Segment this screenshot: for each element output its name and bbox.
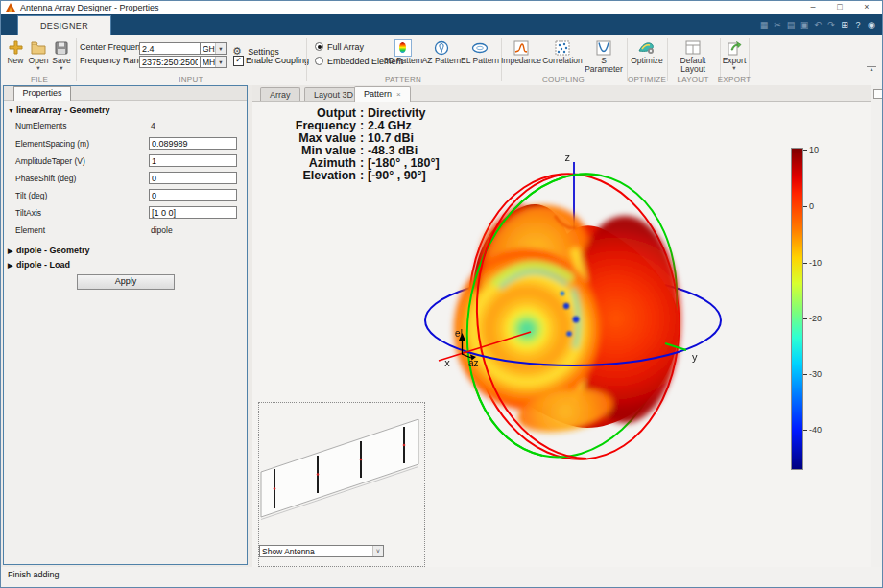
tab-pattern[interactable]: Pattern× (354, 86, 411, 102)
paste-icon[interactable]: ▣ (798, 20, 811, 30)
maximize-button[interactable]: □ (826, 1, 853, 14)
enable-coupling-label: Enable Coupling (246, 55, 309, 67)
chevron-down-icon: ▾ (215, 43, 226, 54)
optimize-icon (626, 38, 668, 57)
ribbon: New Open ▾ Save ▾ FILE Center Frequency … (1, 35, 882, 86)
close-tab-icon[interactable]: × (396, 90, 401, 99)
amplitudetaper-input[interactable] (149, 154, 237, 167)
colorbar-tick-label: -40 (809, 426, 822, 435)
tab-properties[interactable]: Properties (13, 86, 71, 101)
colorbar (791, 148, 803, 470)
numelements-value: 4 (151, 121, 155, 130)
cut-icon[interactable]: ✂ (771, 20, 784, 30)
correlation-button[interactable]: Correlation (541, 37, 584, 65)
elementspacing-input[interactable] (149, 137, 237, 150)
tilt-input[interactable] (149, 189, 237, 201)
colorbar-tick (803, 430, 807, 431)
export-icon (717, 38, 752, 57)
colorbar-tick (803, 150, 807, 151)
phaseshift-input[interactable] (149, 172, 237, 184)
frequency-range-unit-select[interactable]: MHz ▾ (200, 56, 227, 68)
status-bar: Finish adding (1, 567, 882, 588)
tiltaxis-input[interactable] (149, 206, 237, 219)
correlation-icon (541, 38, 584, 57)
chevron-down-icon: ▾ (27, 65, 50, 71)
full-array-label: Full Array (327, 41, 364, 54)
amplitudetaper-label: AmplitudeTaper (V) (15, 156, 85, 166)
frequency-range-input[interactable] (139, 56, 201, 68)
x-axis-label: x (444, 357, 450, 368)
chevron-down-icon: ▾ (717, 65, 752, 71)
more-icon[interactable]: ◉ (865, 20, 878, 30)
element-label: Element (15, 225, 45, 235)
embedded-element-radio[interactable] (315, 57, 323, 65)
tab-designer[interactable]: DESIGNER (17, 15, 111, 36)
full-array-radio[interactable] (315, 42, 323, 51)
chevron-down-icon: ▾ (50, 65, 73, 71)
chevron-down-icon: ˅ (372, 546, 383, 556)
tab-array[interactable]: Array (260, 87, 300, 101)
section-divider (76, 38, 77, 81)
save-button[interactable]: Save ▾ (50, 37, 73, 71)
close-button[interactable]: × (853, 1, 880, 14)
new-file-icon (4, 38, 27, 57)
frequency-range-label: Frequency Range (80, 55, 149, 67)
pattern-3d-button[interactable]: 3D Pattern (383, 37, 423, 65)
colorbar-tick (803, 263, 807, 264)
save-icon[interactable]: ▦ (757, 20, 771, 30)
open-button[interactable]: Open ▾ (27, 37, 50, 71)
el-pattern-button[interactable]: EL Pattern (460, 37, 500, 65)
undo-icon[interactable]: ↶ (811, 20, 824, 30)
main-area: Properties ▼linearArray - Geometry NumEl… (1, 85, 882, 567)
s-parameter-icon (583, 38, 625, 57)
colorbar-tick-label: -10 (809, 259, 822, 268)
section-dipole-geometry[interactable]: ▶dipole - Geometry (8, 246, 90, 255)
section-divider (667, 38, 668, 81)
redo-icon[interactable]: ↷ (824, 20, 838, 30)
3d-pattern-icon (383, 38, 423, 57)
center-frequency-unit-select[interactable]: GHz ▾ (200, 42, 227, 55)
enable-coupling-checkbox[interactable]: ✓ (233, 56, 244, 66)
s-parameter-button[interactable]: S Parameter (583, 37, 625, 74)
layout-section-label: LAYOUT (677, 75, 708, 83)
numelements-label: NumElements (15, 121, 66, 130)
help-icon[interactable]: ? (851, 20, 865, 30)
show-antenna-select[interactable]: Show Antenna ˅ (259, 545, 384, 557)
default-layout-button[interactable]: Default Layout (669, 37, 717, 74)
coupling-section-label: COUPLING (542, 75, 585, 83)
right-panel-strip (871, 85, 883, 567)
pattern-section-label: PATTERN (385, 75, 421, 83)
tilt-label: Tilt (deg) (15, 191, 47, 200)
section-lineararray-geometry[interactable]: ▼linearArray - Geometry (8, 106, 110, 115)
phaseshift-label: PhaseShift (deg) (15, 174, 76, 183)
center-frequency-input[interactable] (139, 42, 201, 55)
az-pattern-button[interactable]: AZ Pattern (421, 37, 462, 65)
triangle-down-icon: ▼ (8, 107, 16, 114)
app-window: Antenna Array Designer - Properties – □ … (0, 0, 883, 588)
triangle-right-icon: ▶ (8, 247, 16, 255)
panel-toggle-icon[interactable] (873, 89, 883, 99)
optimize-button[interactable]: Optimize (626, 37, 668, 65)
minimize-button[interactable]: – (799, 1, 826, 14)
matlab-logo-icon (6, 3, 15, 12)
optimize-section-label: OPTIMIZE (628, 75, 666, 83)
layout-icon[interactable]: ⊞ (838, 20, 851, 30)
properties-tab-row: Properties (4, 86, 247, 101)
apply-button[interactable]: Apply (77, 274, 175, 290)
colorbar-tick-label: 10 (809, 146, 819, 154)
el-label: el (455, 328, 463, 339)
elementspacing-label: ElementSpacing (m) (15, 139, 89, 149)
section-dipole-load[interactable]: ▶dipole - Load (8, 260, 70, 270)
collapse-ribbon-button[interactable]: ▴ (867, 66, 876, 72)
window-title: Antenna Array Designer - Properties (20, 1, 159, 14)
colorbar-tick (803, 318, 807, 319)
az-label: az (468, 358, 479, 368)
colorbar-tick-label: -30 (809, 370, 822, 379)
new-button[interactable]: New (4, 37, 27, 65)
properties-panel: Properties ▼linearArray - Geometry NumEl… (3, 85, 248, 565)
copy-icon[interactable]: ▤ (784, 20, 798, 30)
export-button[interactable]: Export ▾ (717, 37, 752, 71)
save-floppy-icon (50, 38, 73, 57)
impedance-button[interactable]: Impedance (500, 37, 542, 65)
section-divider (306, 38, 307, 81)
